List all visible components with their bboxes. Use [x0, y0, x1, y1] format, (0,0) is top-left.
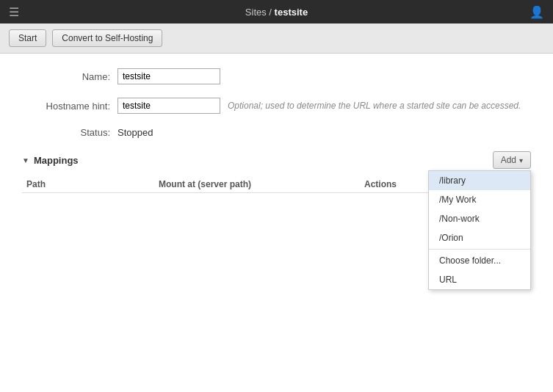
- add-caret-icon: ▾: [519, 156, 523, 164]
- status-label: Status:: [22, 127, 118, 138]
- add-label: Add: [501, 155, 516, 165]
- add-button[interactable]: Add ▾: [493, 151, 531, 169]
- start-button[interactable]: Start: [9, 29, 46, 47]
- mappings-title-row: ▼ Mappings: [22, 155, 79, 166]
- mappings-label: Mappings: [34, 155, 79, 166]
- dropdown-item-url[interactable]: URL: [429, 270, 530, 289]
- status-row: Status: Stopped: [22, 127, 531, 138]
- hostname-input[interactable]: [118, 98, 220, 114]
- content-area: Name: Hostname hint: Optional; used to d…: [0, 54, 553, 392]
- dropdown-divider: [429, 249, 530, 250]
- user-icon[interactable]: 👤: [529, 5, 544, 19]
- site-name: testsite: [275, 7, 308, 18]
- add-dropdown-menu: /library /My Work /Non-work /Orion Choos…: [428, 170, 531, 290]
- mappings-section: ▼ Mappings Add ▾ /library /My Work /Non-…: [22, 151, 531, 193]
- mappings-header: ▼ Mappings Add ▾ /library /My Work /Non-…: [22, 151, 531, 169]
- name-row: Name:: [22, 68, 531, 84]
- dropdown-item-choose-folder[interactable]: Choose folder...: [429, 251, 530, 270]
- breadcrumb: Sites / testsite: [245, 7, 308, 18]
- dropdown-item-non-work[interactable]: /Non-work: [429, 209, 530, 228]
- dropdown-item-orion[interactable]: /Orion: [429, 228, 530, 247]
- name-input[interactable]: [118, 68, 220, 84]
- app-header: ☰ Sites / testsite 👤: [0, 0, 553, 23]
- dropdown-item-library[interactable]: /library: [429, 171, 530, 190]
- status-value: Stopped: [118, 127, 153, 138]
- convert-button[interactable]: Convert to Self-Hosting: [52, 29, 162, 47]
- hostname-label: Hostname hint:: [22, 101, 118, 112]
- hostname-row: Hostname hint: Optional; used to determi…: [22, 98, 531, 114]
- hostname-hint: Optional; used to determine the URL wher…: [228, 101, 521, 111]
- menu-icon[interactable]: ☰: [9, 5, 19, 19]
- col-path: Path: [22, 179, 154, 189]
- toolbar: Start Convert to Self-Hosting: [0, 23, 553, 54]
- name-label: Name:: [22, 71, 118, 82]
- collapse-icon[interactable]: ▼: [22, 156, 29, 164]
- add-button-wrap: Add ▾ /library /My Work /Non-work /Orion…: [493, 151, 531, 169]
- dropdown-item-my-work[interactable]: /My Work: [429, 190, 530, 209]
- col-mount-at: Mount at (server path): [154, 179, 360, 189]
